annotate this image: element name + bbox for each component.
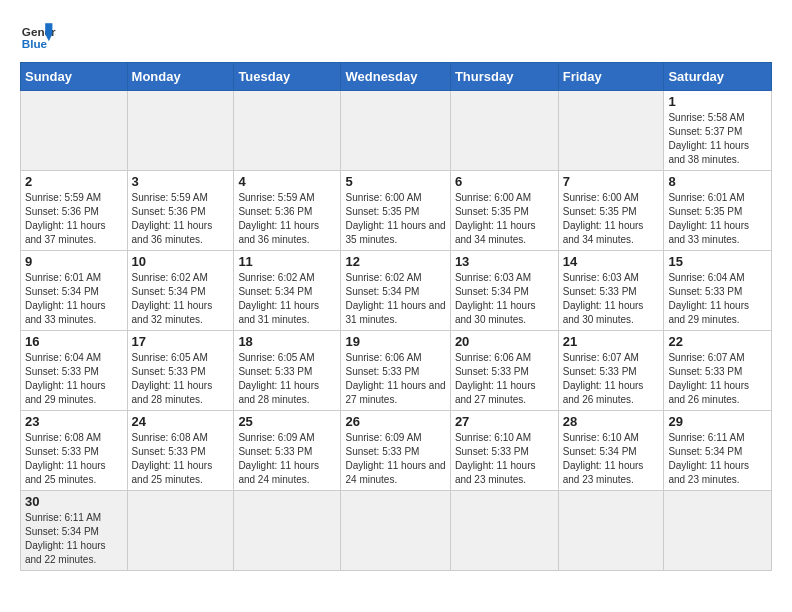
day-info: Sunrise: 5:59 AMSunset: 5:36 PMDaylight:… xyxy=(132,191,230,247)
day-number: 9 xyxy=(25,254,123,269)
day-info: Sunrise: 6:01 AMSunset: 5:35 PMDaylight:… xyxy=(668,191,767,247)
day-number: 3 xyxy=(132,174,230,189)
day-info: Sunrise: 6:10 AMSunset: 5:33 PMDaylight:… xyxy=(455,431,554,487)
day-cell: 23Sunrise: 6:08 AMSunset: 5:33 PMDayligh… xyxy=(21,411,128,491)
day-number: 8 xyxy=(668,174,767,189)
day-number: 19 xyxy=(345,334,445,349)
day-info: Sunrise: 6:09 AMSunset: 5:33 PMDaylight:… xyxy=(238,431,336,487)
day-info: Sunrise: 6:07 AMSunset: 5:33 PMDaylight:… xyxy=(668,351,767,407)
day-number: 25 xyxy=(238,414,336,429)
day-info: Sunrise: 6:02 AMSunset: 5:34 PMDaylight:… xyxy=(345,271,445,327)
weekday-monday: Monday xyxy=(127,63,234,91)
weekday-friday: Friday xyxy=(558,63,664,91)
day-cell: 30Sunrise: 6:11 AMSunset: 5:34 PMDayligh… xyxy=(21,491,128,571)
day-number: 20 xyxy=(455,334,554,349)
day-number: 16 xyxy=(25,334,123,349)
day-info: Sunrise: 6:05 AMSunset: 5:33 PMDaylight:… xyxy=(132,351,230,407)
day-cell: 24Sunrise: 6:08 AMSunset: 5:33 PMDayligh… xyxy=(127,411,234,491)
day-info: Sunrise: 6:11 AMSunset: 5:34 PMDaylight:… xyxy=(668,431,767,487)
week-row-5: 30Sunrise: 6:11 AMSunset: 5:34 PMDayligh… xyxy=(21,491,772,571)
day-number: 1 xyxy=(668,94,767,109)
day-number: 26 xyxy=(345,414,445,429)
day-cell: 8Sunrise: 6:01 AMSunset: 5:35 PMDaylight… xyxy=(664,171,772,251)
logo-icon: General Blue xyxy=(20,16,56,52)
day-number: 18 xyxy=(238,334,336,349)
day-number: 11 xyxy=(238,254,336,269)
logo: General Blue xyxy=(20,16,60,52)
week-row-4: 23Sunrise: 6:08 AMSunset: 5:33 PMDayligh… xyxy=(21,411,772,491)
day-cell: 1Sunrise: 5:58 AMSunset: 5:37 PMDaylight… xyxy=(664,91,772,171)
day-cell xyxy=(450,91,558,171)
week-row-3: 16Sunrise: 6:04 AMSunset: 5:33 PMDayligh… xyxy=(21,331,772,411)
day-info: Sunrise: 6:07 AMSunset: 5:33 PMDaylight:… xyxy=(563,351,660,407)
day-info: Sunrise: 6:00 AMSunset: 5:35 PMDaylight:… xyxy=(345,191,445,247)
weekday-tuesday: Tuesday xyxy=(234,63,341,91)
day-info: Sunrise: 6:10 AMSunset: 5:34 PMDaylight:… xyxy=(563,431,660,487)
weekday-sunday: Sunday xyxy=(21,63,128,91)
day-number: 29 xyxy=(668,414,767,429)
day-cell xyxy=(341,491,450,571)
weekday-header-row: SundayMondayTuesdayWednesdayThursdayFrid… xyxy=(21,63,772,91)
day-info: Sunrise: 6:00 AMSunset: 5:35 PMDaylight:… xyxy=(563,191,660,247)
day-cell: 12Sunrise: 6:02 AMSunset: 5:34 PMDayligh… xyxy=(341,251,450,331)
day-number: 2 xyxy=(25,174,123,189)
day-cell: 3Sunrise: 5:59 AMSunset: 5:36 PMDaylight… xyxy=(127,171,234,251)
day-cell: 15Sunrise: 6:04 AMSunset: 5:33 PMDayligh… xyxy=(664,251,772,331)
day-number: 28 xyxy=(563,414,660,429)
weekday-wednesday: Wednesday xyxy=(341,63,450,91)
day-cell xyxy=(558,491,664,571)
day-cell: 5Sunrise: 6:00 AMSunset: 5:35 PMDaylight… xyxy=(341,171,450,251)
svg-marker-2 xyxy=(45,23,52,34)
day-number: 23 xyxy=(25,414,123,429)
day-cell: 17Sunrise: 6:05 AMSunset: 5:33 PMDayligh… xyxy=(127,331,234,411)
day-info: Sunrise: 6:02 AMSunset: 5:34 PMDaylight:… xyxy=(238,271,336,327)
weekday-thursday: Thursday xyxy=(450,63,558,91)
day-number: 7 xyxy=(563,174,660,189)
day-cell: 21Sunrise: 6:07 AMSunset: 5:33 PMDayligh… xyxy=(558,331,664,411)
week-row-0: 1Sunrise: 5:58 AMSunset: 5:37 PMDaylight… xyxy=(21,91,772,171)
day-cell: 18Sunrise: 6:05 AMSunset: 5:33 PMDayligh… xyxy=(234,331,341,411)
day-info: Sunrise: 6:06 AMSunset: 5:33 PMDaylight:… xyxy=(455,351,554,407)
day-cell: 26Sunrise: 6:09 AMSunset: 5:33 PMDayligh… xyxy=(341,411,450,491)
day-number: 27 xyxy=(455,414,554,429)
day-number: 4 xyxy=(238,174,336,189)
day-info: Sunrise: 6:00 AMSunset: 5:35 PMDaylight:… xyxy=(455,191,554,247)
day-info: Sunrise: 6:08 AMSunset: 5:33 PMDaylight:… xyxy=(132,431,230,487)
day-info: Sunrise: 6:02 AMSunset: 5:34 PMDaylight:… xyxy=(132,271,230,327)
day-cell xyxy=(127,491,234,571)
day-number: 13 xyxy=(455,254,554,269)
day-cell: 7Sunrise: 6:00 AMSunset: 5:35 PMDaylight… xyxy=(558,171,664,251)
day-number: 10 xyxy=(132,254,230,269)
day-info: Sunrise: 6:06 AMSunset: 5:33 PMDaylight:… xyxy=(345,351,445,407)
day-cell: 16Sunrise: 6:04 AMSunset: 5:33 PMDayligh… xyxy=(21,331,128,411)
day-cell: 28Sunrise: 6:10 AMSunset: 5:34 PMDayligh… xyxy=(558,411,664,491)
day-cell: 4Sunrise: 5:59 AMSunset: 5:36 PMDaylight… xyxy=(234,171,341,251)
day-cell: 6Sunrise: 6:00 AMSunset: 5:35 PMDaylight… xyxy=(450,171,558,251)
day-cell: 9Sunrise: 6:01 AMSunset: 5:34 PMDaylight… xyxy=(21,251,128,331)
day-cell xyxy=(234,91,341,171)
day-cell xyxy=(558,91,664,171)
day-cell: 13Sunrise: 6:03 AMSunset: 5:34 PMDayligh… xyxy=(450,251,558,331)
day-cell xyxy=(234,491,341,571)
day-cell: 14Sunrise: 6:03 AMSunset: 5:33 PMDayligh… xyxy=(558,251,664,331)
day-cell xyxy=(127,91,234,171)
svg-text:Blue: Blue xyxy=(22,37,48,50)
day-cell: 29Sunrise: 6:11 AMSunset: 5:34 PMDayligh… xyxy=(664,411,772,491)
week-row-1: 2Sunrise: 5:59 AMSunset: 5:36 PMDaylight… xyxy=(21,171,772,251)
day-number: 24 xyxy=(132,414,230,429)
week-row-2: 9Sunrise: 6:01 AMSunset: 5:34 PMDaylight… xyxy=(21,251,772,331)
day-number: 5 xyxy=(345,174,445,189)
calendar-table: SundayMondayTuesdayWednesdayThursdayFrid… xyxy=(20,62,772,571)
day-cell xyxy=(664,491,772,571)
day-cell: 11Sunrise: 6:02 AMSunset: 5:34 PMDayligh… xyxy=(234,251,341,331)
day-info: Sunrise: 6:09 AMSunset: 5:33 PMDaylight:… xyxy=(345,431,445,487)
day-cell: 22Sunrise: 6:07 AMSunset: 5:33 PMDayligh… xyxy=(664,331,772,411)
day-info: Sunrise: 6:04 AMSunset: 5:33 PMDaylight:… xyxy=(668,271,767,327)
day-number: 17 xyxy=(132,334,230,349)
day-cell xyxy=(341,91,450,171)
day-cell xyxy=(450,491,558,571)
page: General Blue SundayMondayTuesdayWednesda… xyxy=(0,0,792,587)
header: General Blue xyxy=(20,16,772,52)
day-info: Sunrise: 5:59 AMSunset: 5:36 PMDaylight:… xyxy=(238,191,336,247)
day-number: 12 xyxy=(345,254,445,269)
